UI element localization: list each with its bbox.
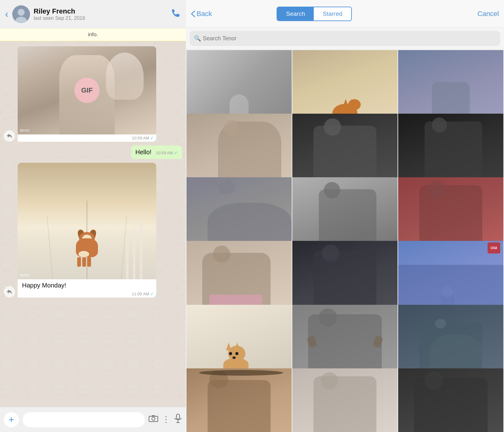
svg-point-4 xyxy=(152,417,155,420)
chat-messages: GIF tenor 10:59 AM ✓ Hello! 10:59 AM ✓ xyxy=(0,41,186,407)
message-row: Hello! 10:59 AM ✓ xyxy=(4,145,182,159)
chat-input-bar: + ⋮ xyxy=(0,407,186,432)
contact-info: Riley French last seen Sep 21, 2016 xyxy=(34,7,167,21)
tenor-label: tenor xyxy=(20,128,30,133)
message-time-2: 11:00 AM ✓ xyxy=(18,290,156,298)
search-bar-wrapper: 🔍 xyxy=(190,31,500,46)
svg-rect-6 xyxy=(176,414,180,419)
gif-cell[interactable] xyxy=(398,368,503,432)
phone-icon[interactable] xyxy=(171,8,181,20)
tab-search[interactable]: Search xyxy=(277,7,314,20)
avatar xyxy=(12,5,30,23)
message-row: tenor Happy Monday! 11:00 AM ✓ xyxy=(4,163,182,298)
back-label: Back xyxy=(197,10,212,18)
gif-cell[interactable] xyxy=(292,368,398,432)
text-message-sent[interactable]: Hello! 10:59 AM ✓ xyxy=(131,145,182,159)
gif-cell[interactable] xyxy=(186,368,292,432)
message-caption: Happy Monday! xyxy=(18,279,156,290)
back-button[interactable]: ‹ xyxy=(5,8,9,20)
gif-picker-panel: Back Search Starred Cancel 🔍 xyxy=(186,0,504,432)
info-text: info. xyxy=(88,31,98,37)
message-text: Hello! 10:59 AM ✓ xyxy=(131,145,182,159)
svg-point-1 xyxy=(18,9,25,16)
gif-container: GIF tenor xyxy=(18,46,156,134)
chat-panel: ‹ Riley French last seen Sep 21, 2016 in… xyxy=(0,0,186,432)
contact-name: Riley French xyxy=(34,7,167,15)
chat-header: ‹ Riley French last seen Sep 21, 2016 xyxy=(0,0,186,28)
tab-group: Search Starred xyxy=(277,7,352,21)
svg-rect-5 xyxy=(152,415,155,417)
search-input[interactable] xyxy=(190,31,500,46)
gif-picker-header: Back Search Starred Cancel xyxy=(186,0,504,28)
message-time-inline: 10:59 AM ✓ xyxy=(156,151,178,155)
gif-message-received[interactable]: GIF tenor 10:59 AM ✓ xyxy=(18,46,156,142)
search-bar-container: 🔍 xyxy=(186,28,504,49)
message-row: GIF tenor 10:59 AM ✓ xyxy=(4,46,182,142)
gif-badge: GIF xyxy=(74,78,100,103)
message-input[interactable] xyxy=(23,412,145,427)
tenor-label-2: tenor xyxy=(20,273,30,277)
search-icon: 🔍 xyxy=(194,35,201,42)
gif-container-2: tenor xyxy=(18,163,156,279)
gif-grid: WHAT? xyxy=(186,49,504,432)
avatar-image xyxy=(12,5,30,23)
reply-button[interactable] xyxy=(4,286,15,298)
microphone-icon[interactable] xyxy=(174,414,182,425)
message-time: 10:59 AM ✓ xyxy=(18,134,156,142)
back-link[interactable]: Back xyxy=(191,10,212,18)
add-button[interactable]: + xyxy=(4,412,19,427)
cancel-button[interactable]: Cancel xyxy=(478,10,499,18)
gif-message-received-2[interactable]: tenor Happy Monday! 11:00 AM ✓ xyxy=(18,163,156,298)
camera-icon[interactable] xyxy=(149,415,158,424)
info-bar: info. xyxy=(0,28,186,41)
tab-starred[interactable]: Starred xyxy=(314,7,351,20)
more-options-icon[interactable]: ⋮ xyxy=(162,415,170,424)
reply-button[interactable] xyxy=(4,130,15,142)
contact-status: last seen Sep 21, 2016 xyxy=(34,15,167,21)
